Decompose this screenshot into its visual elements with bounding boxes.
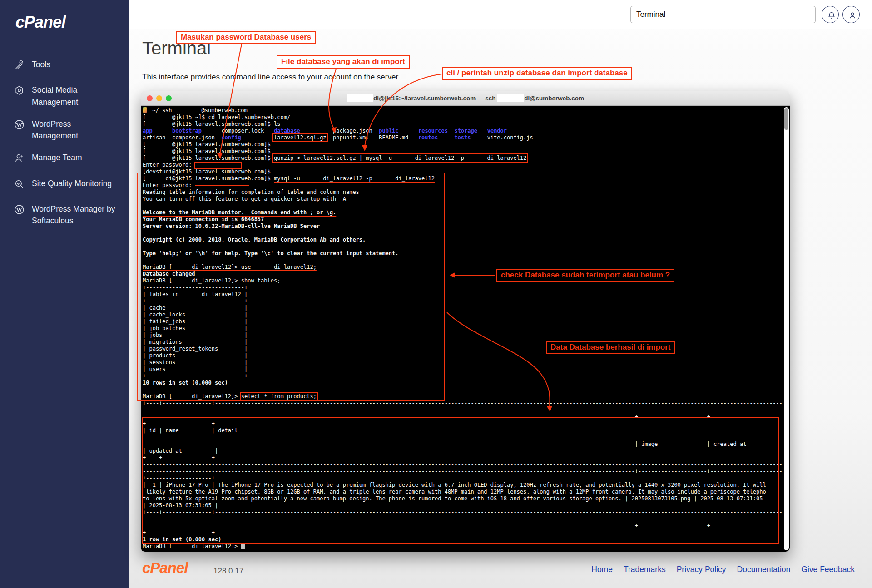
terminal-line: | failed_jobs | (143, 318, 790, 325)
terminal-line: MariaDB [ di_laravel12]> select * from p… (143, 393, 790, 400)
red-underline-mark (195, 185, 249, 186)
terminal-line: | cache_locks | (143, 311, 790, 318)
terminal-line: [ @jkt15 ~]$ cd laravel.sumberweb.com/ (143, 114, 790, 121)
terminal-line: Enter password: (143, 182, 790, 189)
user-account-button[interactable] (842, 6, 860, 23)
terminal-line: +------------------------------+ (143, 298, 790, 305)
terminal-line: +----+---------------+------------------… (143, 400, 790, 407)
sidebar-item-wordpress-management[interactable]: WordPress Management (0, 113, 129, 147)
terminal-line: Copyright (c) 2000, 2018, Oracle, MariaD… (143, 237, 790, 243)
terminal-line: MariaDB [ di_laravel12]> use di_laravel1… (143, 264, 790, 271)
sidebar-item-label: WordPress Management (32, 118, 118, 142)
redaction-box (497, 94, 524, 102)
terminal-line: ----------------------------------------… (143, 516, 790, 523)
terminal-scrollbar[interactable] (784, 107, 789, 550)
terminal-line (143, 243, 790, 250)
terminal-line: Reading table information for completion… (143, 189, 790, 196)
terminal-line: | updated_at | (143, 448, 790, 455)
terminal-line: +----+---------------+------------------… (143, 509, 790, 516)
footer-link-give-feedback[interactable]: Give Feedback (801, 565, 855, 574)
terminal-line: app bootstrap composer.lock database pac… (143, 128, 790, 134)
terminal-title: di@jkt15:~/laravel.sumberweb.com — ssh d… (347, 94, 584, 102)
footer-link-documentation[interactable]: Documentation (737, 565, 791, 574)
terminal-line (143, 386, 790, 393)
terminal-line: ----------------------------------------… (143, 414, 790, 420)
top-header (129, 0, 872, 29)
social-media-icon (14, 84, 25, 99)
sidebar-item-label: Site Quality Monitoring (32, 178, 112, 189)
page-subtitle: This interface provides command line acc… (142, 73, 400, 82)
footer-link-home[interactable]: Home (591, 565, 613, 574)
sidebar-item-label: Social Media Management (32, 84, 118, 108)
terminal-line: +------------------------------+ (143, 373, 790, 380)
annotation-password-users: Masukan password Database users (176, 31, 316, 44)
terminal-line: ----------------------------------------… (143, 461, 790, 468)
close-window-icon[interactable] (147, 95, 153, 101)
zoom-window-icon[interactable] (166, 95, 172, 101)
terminal-line: | cache | (143, 305, 790, 311)
terminal-titlebar: di@jkt15:~/laravel.sumberweb.com — ssh d… (141, 91, 790, 106)
annotation-import-success: Data Database berhasil di import (546, 341, 675, 354)
sidebar-nav: ToolsSocial Media ManagementWordPress Ma… (0, 54, 129, 232)
terminal-line: You can turn off this feature to get a q… (143, 196, 790, 203)
terminal-line: to lens with 5x optical zoom and potenti… (143, 495, 790, 502)
terminal-line: | 2025-08-13 07:31:05 | (143, 502, 790, 509)
sidebar: cPanel ToolsSocial Media ManagementWordP… (0, 0, 129, 588)
tools-icon (14, 59, 25, 74)
terminal-line: artisan composer.json config laravel12.s… (143, 134, 790, 141)
terminal-line: ----------------------------------------… (143, 523, 790, 529)
sidebar-item-wordpress-manager-by-softaculous[interactable]: WordPress Manager by Softaculous (0, 198, 129, 232)
terminal-line: | Tables_in_ di_laravel12 | (143, 291, 790, 298)
sidebar-item-manage-team[interactable]: Manage Team (0, 147, 129, 172)
apple-icon (143, 107, 147, 113)
scrollbar-thumb[interactable] (784, 108, 788, 130)
terminal-line: MariaDB [ di_laravel12]> show tables; (143, 277, 790, 284)
wordpress-icon (14, 118, 25, 133)
sidebar-item-label: WordPress Manager by Softaculous (32, 203, 118, 227)
footer-links: HomeTrademarksPrivacy PolicyDocumentatio… (591, 565, 855, 574)
terminal-line (143, 203, 790, 209)
site-quality-icon (14, 178, 25, 193)
manage-team-icon (14, 152, 25, 167)
search-input[interactable] (630, 6, 816, 23)
terminal-line: [ @jkt15 laravel.sumberweb.com]$ gunzip … (143, 155, 790, 162)
terminal-line: [ @jkt15 laravel.sumberweb.com]$ (143, 148, 790, 155)
terminal-line: | migrations | (143, 339, 790, 346)
terminal-line: [ di@jkt15 laravel.sumberweb.com]$ mysql… (143, 175, 790, 182)
minimize-window-icon[interactable] (156, 95, 162, 101)
footer-link-trademarks[interactable]: Trademarks (624, 565, 666, 574)
terminal-line: [devstudi@jkt15 laravel.sumberweb.com]$ (143, 168, 790, 175)
sidebar-item-site-quality-monitoring[interactable]: Site Quality Monitoring (0, 173, 129, 198)
terminal-line (143, 257, 790, 264)
terminal-body[interactable]: ~/ ssh @sumberweb.com[ @jkt15 ~]$ cd lar… (141, 106, 790, 552)
terminal-line: +--------------------+ (143, 420, 790, 427)
terminal-window: di@jkt15:~/laravel.sumberweb.com — ssh d… (141, 91, 790, 552)
terminal-line: | image | created_at (143, 441, 790, 448)
page-root: cPanel ToolsSocial Media ManagementWordP… (0, 0, 872, 588)
terminal-line (143, 230, 790, 237)
cpanel-version: 128.0.17 (213, 567, 243, 576)
sidebar-item-social-media-management[interactable]: Social Media Management (0, 79, 129, 113)
terminal-line: ~/ ssh @sumberweb.com (143, 107, 790, 114)
annotation-check-import: check Database sudah terimport atau belu… (496, 269, 674, 282)
terminal-line: +--------------------+ (143, 529, 790, 536)
cpanel-footer-logo: cPanel (142, 559, 188, 577)
terminal-line: Welcome to the MariaDB monitor. Commands… (143, 209, 790, 216)
annotation-database-file: File database yang akan di import (277, 55, 410, 69)
footer-link-privacy-policy[interactable]: Privacy Policy (677, 565, 726, 574)
terminal-line: Enter password: (143, 162, 790, 168)
terminal-line: ----------------------------------------… (143, 407, 790, 414)
terminal-line: [ @jkt15 laravel.sumberweb.com]$ ls (143, 121, 790, 128)
notifications-button[interactable] (822, 6, 839, 23)
terminal-line: +--------------------+ (143, 475, 790, 482)
terminal-line: | job_batches | (143, 325, 790, 332)
terminal-line: | jobs | (143, 332, 790, 339)
sidebar-item-tools[interactable]: Tools (0, 54, 129, 79)
wordpress-icon (14, 203, 25, 218)
terminal-line: | users | (143, 366, 790, 373)
terminal-line: Type 'help;' or '\h' for help. Type '\c'… (143, 250, 790, 257)
terminal-line: likely feature the A19 Pro chipset, 8GB … (143, 489, 790, 495)
terminal-line: Your MariaDB connection id is 6646857 (143, 216, 790, 223)
terminal-line: [ @jkt15 laravel.sumberweb.com]$ (143, 141, 790, 148)
terminal-line: 10 rows in set (0.000 sec) (143, 380, 790, 386)
